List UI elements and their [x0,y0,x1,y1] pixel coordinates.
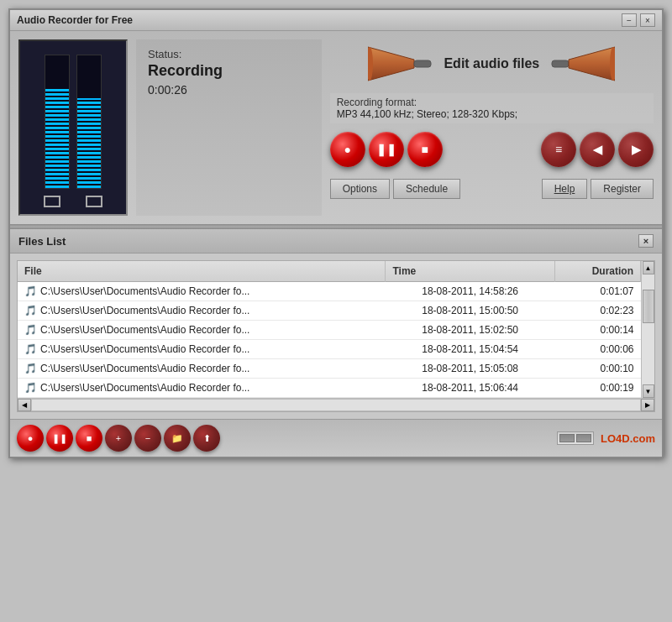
play-button[interactable]: ▶ [618,132,654,167]
help-button[interactable]: Help [542,179,588,199]
window-controls: − × [622,13,655,27]
col-duration: Duration [554,261,640,282]
file-duration: 0:02:23 [554,301,640,321]
right-horn-icon [548,43,615,85]
bottom-pause-button[interactable]: ❚❚ [46,425,73,452]
file-time: 18-08-2011, 15:00:50 [386,301,554,321]
vu-fill-right [77,98,101,188]
status-panel: Status: Recording 0:00:26 [136,39,322,216]
file-time: 18-08-2011, 14:58:26 [386,282,554,301]
prev-button[interactable]: ◀ [580,132,615,167]
file-table-area[interactable]: File Time Duration 🎵 C:\Users\User\Docum… [18,261,641,398]
stop-button[interactable]: ■ [407,132,443,167]
bottom-btn-group: ● ❚❚ ■ + − 📁 ⬆ [17,425,220,452]
bottom-pause-icon: ❚❚ [52,433,67,444]
svg-marker-4 [569,47,615,81]
vu-icons-row [44,196,102,207]
table-row[interactable]: 🎵 C:\Users\User\Documents\Audio Recorder… [18,321,641,340]
audio-file-icon: 🎵 [24,363,37,374]
files-list-title: Files List [18,235,66,248]
logo-text: LO4D.com [601,432,655,445]
table-row[interactable]: 🎵 C:\Users\User\Documents\Audio Recorder… [18,340,641,359]
help-label: Help [554,183,575,195]
status-value: Recording [148,62,310,80]
scroll-up-arrow[interactable]: ▲ [643,261,654,274]
bottom-right: LO4D.com [557,431,655,445]
table-row[interactable]: 🎵 C:\Users\User\Documents\Audio Recorder… [18,359,641,379]
svg-rect-3 [552,60,569,67]
edit-audio-title: Edit audio files [444,56,539,71]
bottom-stop-button[interactable]: ■ [76,425,102,452]
record-button[interactable]: ● [330,132,365,167]
audio-file-icon: 🎵 [24,305,37,316]
table-row[interactable]: 🎵 C:\Users\User\Documents\Audio Recorder… [18,301,641,321]
action-row: Options Schedule Help Register [330,175,654,202]
record-icon: ● [344,143,350,156]
minimize-button[interactable]: − [622,13,637,27]
bottom-remove-button[interactable]: − [134,425,161,452]
recorder-section: Status: Recording 0:00:26 [10,31,662,224]
status-time: 0:00:26 [148,83,310,97]
edit-audio-row: Edit audio files [330,39,654,88]
main-btn-group: ● ❚❚ ■ [330,132,443,167]
pause-icon: ❚❚ [376,143,396,156]
title-bar: Audio Recorder for Free − × [10,10,662,31]
file-table: File Time Duration 🎵 C:\Users\User\Docum… [18,261,641,398]
file-list-wrapper: File Time Duration 🎵 C:\Users\User\Docum… [18,261,654,398]
prev-icon: ◀ [593,143,602,156]
file-duration: 0:00:14 [554,321,640,340]
audio-file-icon: 🎵 [24,382,37,394]
file-path: 🎵 C:\Users\User\Documents\Audio Recorder… [18,282,386,301]
col-time: Time [386,261,554,282]
bottom-add-icon: + [116,433,121,443]
vu-bar-left [45,55,70,189]
scroll-thumb[interactable] [643,290,654,323]
vu-meter-panel [18,39,128,216]
file-path: 🎵 C:\Users\User\Documents\Audio Recorder… [18,340,386,359]
scroll-down-arrow[interactable]: ▼ [643,384,654,398]
table-row[interactable]: 🎵 C:\Users\User\Documents\Audio Recorder… [18,282,641,301]
file-time: 18-08-2011, 15:04:54 [386,340,554,359]
options-button[interactable]: Options [330,179,390,199]
file-list-container: File Time Duration 🎵 C:\Users\User\Docum… [17,260,655,412]
bottom-toolbar: ● ❚❚ ■ + − 📁 ⬆ [10,419,662,457]
file-duration: 0:01:07 [554,282,640,301]
file-path: 🎵 C:\Users\User\Documents\Audio Recorder… [18,359,386,379]
bottom-folder-button[interactable]: 📁 [164,425,191,452]
file-path: 🎵 C:\Users\User\Documents\Audio Recorder… [18,301,386,321]
recording-format: Recording format: MP3 44,100 kHz; Stereo… [330,93,654,123]
scroll-right-arrow[interactable]: ▶ [641,399,654,411]
file-time: 18-08-2011, 15:05:08 [386,359,554,379]
vu-fill-left [45,89,69,189]
scroll-left-arrow[interactable]: ◀ [18,399,31,411]
format-label: Recording format: [337,97,647,108]
close-button[interactable]: × [640,13,655,27]
files-section: Files List × File Time Duration [10,229,662,457]
col-file: File [18,261,386,282]
file-time: 18-08-2011, 15:06:44 [386,379,554,398]
status-label: Status: [148,48,310,60]
pause-button[interactable]: ❚❚ [369,132,404,167]
main-window: Audio Recorder for Free − × Sta [8,8,664,458]
bottom-add-button[interactable]: + [105,425,132,452]
register-button[interactable]: Register [591,179,654,199]
table-row[interactable]: 🎵 C:\Users\User\Documents\Audio Recorder… [18,379,641,398]
h-scroll-track[interactable] [31,399,641,411]
schedule-button[interactable]: Schedule [393,179,460,199]
bottom-export-button[interactable]: ⬆ [193,425,220,452]
file-duration: 0:00:06 [554,340,640,359]
bottom-record-icon: ● [28,433,34,443]
left-action-group: Options Schedule [330,179,460,199]
vertical-scrollbar: ▲ ▼ [641,261,654,398]
bottom-record-button[interactable]: ● [17,425,44,452]
files-header: Files List × [10,229,662,254]
secondary-btn-group: ≡ ◀ ▶ [541,132,654,167]
expand-right-icon[interactable] [86,196,102,207]
file-time: 18-08-2011, 15:02:50 [386,321,554,340]
play-icon: ▶ [632,143,641,156]
playlist-button[interactable]: ≡ [541,132,576,167]
bottom-remove-icon: − [145,433,150,443]
expand-left-icon[interactable] [44,196,60,207]
files-close-button[interactable]: × [638,234,654,248]
file-duration: 0:00:10 [554,359,640,379]
